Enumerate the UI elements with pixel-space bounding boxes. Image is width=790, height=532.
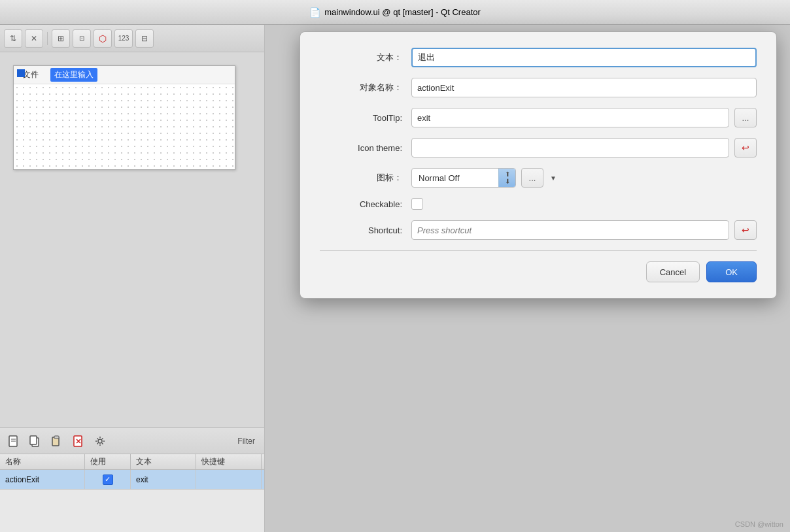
icon-row: 图标： Normal Off ⬆⬇ ... ▼ bbox=[320, 168, 757, 188]
shortcut-control: ↩ bbox=[411, 220, 757, 240]
icon-theme-label: Icon theme: bbox=[320, 143, 411, 153]
object-name-input[interactable] bbox=[411, 78, 757, 97]
icon-dropdown-value: Normal Off bbox=[412, 173, 498, 183]
icon-label: 图标： bbox=[320, 172, 411, 184]
tooltip-row: ToolTip: ... bbox=[320, 108, 757, 127]
icon-theme-row: Icon theme: ↩ bbox=[320, 138, 757, 158]
tooltip-control: ... bbox=[411, 108, 757, 127]
action-dialog: 文本： 对象名称： ToolTip: ... bbox=[300, 31, 777, 299]
icon-dropdown[interactable]: Normal Off ⬆⬇ bbox=[411, 168, 516, 188]
icon-theme-reset-btn[interactable]: ↩ bbox=[734, 138, 757, 158]
shortcut-reset-btn[interactable]: ↩ bbox=[734, 220, 757, 240]
text-row: 文本： bbox=[320, 48, 757, 67]
icon-theme-input[interactable] bbox=[411, 138, 729, 158]
text-control bbox=[411, 48, 757, 67]
icon-dots-btn[interactable]: ... bbox=[521, 168, 543, 188]
title-icon: 📄 bbox=[309, 7, 320, 18]
main-area: ⇅ ✕ ⊞ ⊡ ⬡ 123 ⊟ 文件 在这里输入 bbox=[0, 25, 790, 532]
title-bar: 📄 mainwindow.ui @ qt [master] - Qt Creat… bbox=[0, 0, 790, 25]
checkable-row: Checkable: bbox=[320, 198, 757, 210]
icon-chevron-down[interactable]: ▼ bbox=[549, 168, 558, 188]
text-label: 文本： bbox=[320, 52, 411, 63]
checkable-checkbox[interactable] bbox=[411, 198, 423, 210]
ok-button[interactable]: OK bbox=[706, 261, 757, 282]
tooltip-browse-btn[interactable]: ... bbox=[734, 108, 757, 127]
text-input[interactable] bbox=[411, 48, 757, 67]
shortcut-label: Shortcut: bbox=[320, 225, 411, 235]
dialog-divider bbox=[320, 250, 757, 251]
checkable-label: Checkable: bbox=[320, 199, 411, 209]
object-name-row: 对象名称： bbox=[320, 78, 757, 97]
dialog-buttons: Cancel OK bbox=[320, 261, 757, 282]
object-name-control bbox=[411, 78, 757, 97]
shortcut-input[interactable] bbox=[411, 220, 729, 240]
window-title: mainwindow.ui @ qt [master] - Qt Creator bbox=[324, 7, 481, 17]
icon-theme-control: ↩ bbox=[411, 138, 757, 158]
watermark: CSDN @witton bbox=[735, 520, 783, 528]
tooltip-input[interactable] bbox=[411, 108, 729, 127]
tooltip-label: ToolTip: bbox=[320, 113, 411, 123]
checkable-control bbox=[411, 198, 757, 210]
icon-dropdown-arrow[interactable]: ⬆⬇ bbox=[498, 169, 515, 187]
shortcut-row: Shortcut: ↩ bbox=[320, 220, 757, 240]
object-name-label: 对象名称： bbox=[320, 82, 411, 93]
icon-control: Normal Off ⬆⬇ ... ▼ bbox=[411, 168, 757, 188]
cancel-button[interactable]: Cancel bbox=[646, 261, 700, 282]
dialog-overlay: 文本： 对象名称： ToolTip: ... bbox=[0, 25, 790, 532]
